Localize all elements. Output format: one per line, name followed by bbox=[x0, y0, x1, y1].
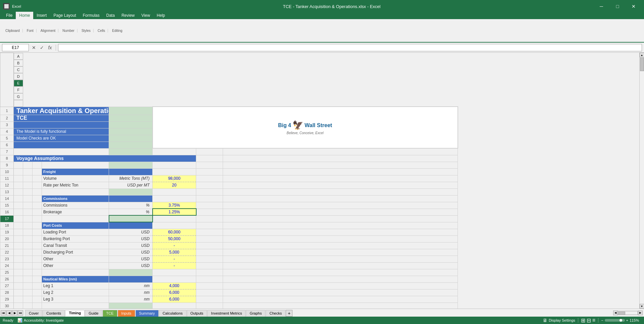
f10[interactable] bbox=[153, 168, 196, 175]
d9[interactable] bbox=[42, 162, 109, 168]
a7[interactable] bbox=[14, 148, 109, 155]
b30[interactable] bbox=[23, 303, 33, 309]
tab-investment-metrics[interactable]: Investment Metrics bbox=[207, 310, 246, 317]
loading-port-value[interactable]: 60,000 bbox=[153, 229, 196, 235]
name-box[interactable] bbox=[2, 44, 29, 51]
c19[interactable] bbox=[33, 229, 42, 235]
f13[interactable] bbox=[153, 188, 196, 195]
g10[interactable] bbox=[196, 168, 223, 175]
c15[interactable] bbox=[33, 202, 42, 209]
display-settings-label[interactable]: Display Settings bbox=[549, 318, 575, 322]
zoom-plus-icon[interactable]: + bbox=[626, 318, 628, 322]
a3[interactable] bbox=[14, 121, 109, 128]
tab-cover[interactable]: Cover bbox=[25, 310, 42, 317]
g24[interactable] bbox=[196, 262, 223, 269]
g14[interactable] bbox=[196, 195, 223, 202]
f9[interactable] bbox=[153, 162, 196, 168]
a16[interactable] bbox=[14, 209, 23, 215]
col-header-e[interactable]: E bbox=[14, 80, 23, 87]
a18[interactable] bbox=[14, 222, 23, 229]
b12[interactable] bbox=[23, 182, 33, 188]
e3[interactable] bbox=[109, 121, 153, 128]
a15[interactable] bbox=[14, 202, 23, 209]
g22[interactable] bbox=[196, 249, 223, 256]
a9[interactable] bbox=[14, 162, 23, 168]
formula-input[interactable] bbox=[58, 44, 642, 51]
discharging-port-value[interactable]: 5,000 bbox=[153, 249, 196, 256]
loading-port-label[interactable]: Loading Port bbox=[42, 229, 109, 235]
b27[interactable] bbox=[23, 282, 33, 289]
ribbon-tab-page-layout[interactable]: Page Layout bbox=[50, 12, 79, 19]
tab-last-button[interactable]: ⏭ bbox=[18, 310, 23, 316]
a29[interactable] bbox=[14, 296, 23, 303]
vertical-scrollbar[interactable]: ▲ ▼ bbox=[639, 53, 644, 309]
info-cell-1[interactable]: The Model is fully functional bbox=[14, 128, 109, 135]
zoom-level[interactable]: 115% bbox=[630, 318, 641, 322]
a20[interactable] bbox=[14, 235, 23, 242]
d30[interactable] bbox=[42, 303, 109, 309]
b11[interactable] bbox=[23, 175, 33, 182]
tab-first-button[interactable]: ⏮ bbox=[1, 310, 6, 316]
ribbon-tab-insert[interactable]: Insert bbox=[33, 12, 50, 19]
tab-outputs[interactable]: Outputs bbox=[187, 310, 207, 317]
scroll-right-button[interactable]: ▶ bbox=[638, 311, 643, 315]
f25[interactable] bbox=[153, 269, 196, 276]
h-scroll-track[interactable] bbox=[618, 311, 638, 315]
tab-contents[interactable]: Contents bbox=[43, 310, 65, 317]
f17[interactable] bbox=[153, 215, 196, 222]
leg2-label[interactable]: Leg 2 bbox=[42, 289, 109, 296]
leg2-unit[interactable]: nm bbox=[109, 289, 153, 296]
brokerage-label[interactable]: Brokerage bbox=[42, 209, 109, 215]
h-scroll-thumb[interactable] bbox=[619, 312, 625, 315]
zoom-slider[interactable] bbox=[605, 319, 625, 322]
f18[interactable] bbox=[153, 222, 196, 229]
a24[interactable] bbox=[14, 262, 23, 269]
leg3-label[interactable]: Leg 3 bbox=[42, 296, 109, 303]
a11[interactable] bbox=[14, 175, 23, 182]
other1-value[interactable]: - bbox=[153, 256, 196, 262]
scroll-track[interactable] bbox=[640, 57, 644, 304]
g13[interactable] bbox=[196, 188, 223, 195]
a30[interactable] bbox=[14, 303, 23, 309]
a6[interactable] bbox=[14, 142, 109, 148]
c21[interactable] bbox=[33, 242, 42, 249]
b10[interactable] bbox=[23, 168, 33, 175]
c12[interactable] bbox=[33, 182, 42, 188]
canal-transit-value[interactable]: - bbox=[153, 242, 196, 249]
c26[interactable] bbox=[33, 276, 42, 282]
e4[interactable] bbox=[109, 128, 153, 135]
cancel-formula-icon[interactable]: ✕ bbox=[30, 44, 38, 51]
volume-unit[interactable]: Metric Tons (MT) bbox=[109, 175, 153, 182]
sheet-view-icon[interactable]: 📊 bbox=[17, 318, 22, 323]
commissions-label[interactable]: Commissions bbox=[42, 202, 109, 209]
a17[interactable] bbox=[14, 215, 23, 222]
g30[interactable] bbox=[196, 303, 223, 309]
rate-label[interactable]: Rate per Metric Ton bbox=[42, 182, 109, 188]
ribbon-tab-review[interactable]: Review bbox=[118, 12, 138, 19]
c16[interactable] bbox=[33, 209, 42, 215]
c30[interactable] bbox=[33, 303, 42, 309]
c24[interactable] bbox=[33, 262, 42, 269]
b25[interactable] bbox=[23, 269, 33, 276]
c9[interactable] bbox=[33, 162, 42, 168]
b18[interactable] bbox=[23, 222, 33, 229]
b15[interactable] bbox=[23, 202, 33, 209]
tab-graphs[interactable]: Graphs bbox=[246, 310, 265, 317]
bunkering-port-unit[interactable]: USD bbox=[109, 235, 153, 242]
b22[interactable] bbox=[23, 249, 33, 256]
scroll-thumb[interactable] bbox=[640, 58, 644, 71]
ribbon-tab-view[interactable]: View bbox=[138, 12, 154, 19]
commissions-unit[interactable]: % bbox=[109, 202, 153, 209]
a28[interactable] bbox=[14, 289, 23, 296]
a14[interactable] bbox=[14, 195, 23, 202]
volume-value[interactable]: 98,000 bbox=[153, 175, 196, 182]
f30[interactable] bbox=[153, 303, 196, 309]
leg2-value[interactable]: 6,000 bbox=[153, 289, 196, 296]
d25[interactable] bbox=[42, 269, 109, 276]
b23[interactable] bbox=[23, 256, 33, 262]
info-cell-2[interactable]: Model Checks are OK bbox=[14, 135, 109, 142]
b17[interactable] bbox=[23, 215, 33, 222]
freight-header[interactable]: Freight bbox=[42, 168, 109, 175]
e6[interactable] bbox=[109, 142, 153, 148]
a23[interactable] bbox=[14, 256, 23, 262]
